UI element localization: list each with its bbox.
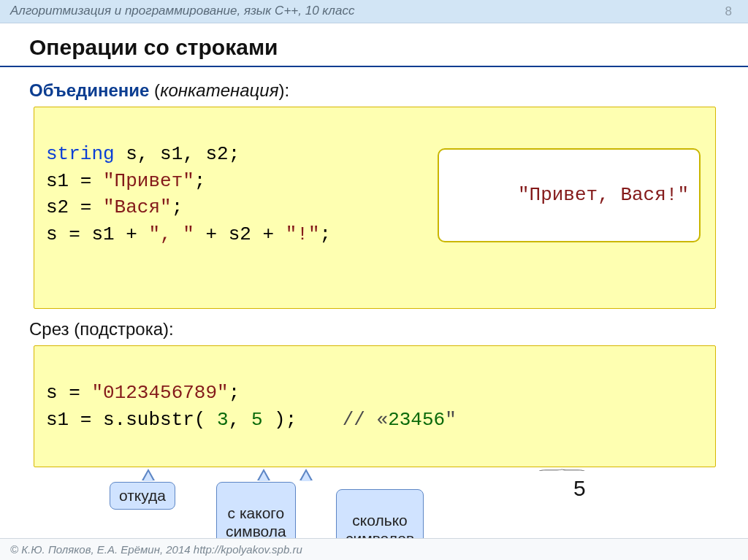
page-title: Операции со строками [0, 23, 748, 67]
result-callout: "Привет, Вася!" [438, 148, 701, 242]
header-bar: Алгоритмизация и программирование, язык … [0, 0, 748, 23]
callout-start-char: с какого символа [216, 482, 296, 545]
code-slice-1: s = "0123456789"; s1 = s.substr( 3, 5 );… [34, 345, 716, 468]
breadcrumb: Алгоритмизация и программирование, язык … [10, 4, 354, 18]
brace-icon: ︷ [538, 463, 590, 475]
length-label: 5 [573, 476, 586, 501]
footer: © К.Ю. Поляков, Е.А. Ерёмин, 2014 http:/… [0, 538, 748, 560]
page-number: 8 [725, 4, 732, 19]
section-slice-heading: Срез (подстрока): [29, 319, 719, 340]
callout-from: откуда [110, 482, 175, 510]
content-area: Объединение (конкатенация): string s, s1… [0, 67, 748, 560]
section-concat-heading: Объединение (конкатенация): [29, 80, 719, 101]
code-concat: string s, s1, s2; s1 = "Привет"; s2 = "В… [34, 107, 716, 309]
